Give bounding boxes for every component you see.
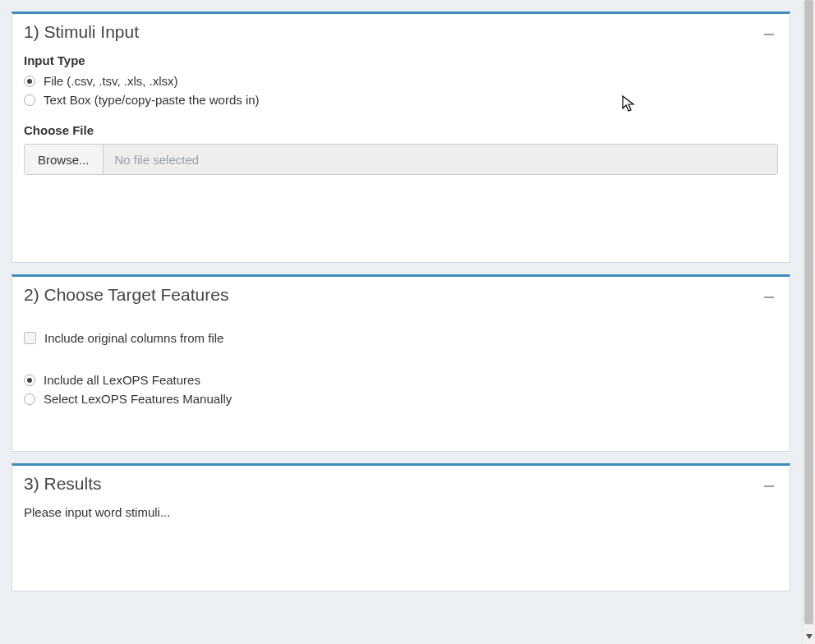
vertical-scrollbar[interactable]: [802, 0, 815, 644]
checkbox-include-original-label: Include original columns from file: [44, 331, 223, 345]
results-message: Please input word stimuli...: [24, 505, 170, 519]
radio-select-manually-row[interactable]: Select LexOPS Features Manually: [24, 392, 778, 406]
svg-rect-1: [764, 297, 774, 298]
minus-icon: [764, 28, 774, 37]
svg-rect-2: [764, 485, 774, 487]
radio-icon: [24, 375, 35, 386]
panel-title: 2) Choose Target Features: [24, 285, 228, 305]
panel-title: 1) Stimuli Input: [24, 22, 139, 42]
radio-icon: [24, 393, 35, 405]
panel-title: 3) Results: [24, 474, 102, 494]
panel-header: 3) Results: [12, 466, 790, 500]
panel-header: 1) Stimuli Input: [12, 14, 790, 48]
minus-icon: [764, 291, 774, 300]
scrollbar-thumb[interactable]: [804, 0, 813, 624]
scroll-down-arrow-icon[interactable]: [803, 631, 815, 642]
panel-body: Include original columns from file Inclu…: [12, 311, 790, 451]
radio-include-all-label: Include all LexOPS Features: [44, 373, 200, 387]
checkbox-include-original-row[interactable]: Include original columns from file: [24, 331, 778, 345]
file-selected-display: No file selected: [104, 145, 777, 174]
panel-header: 2) Choose Target Features: [12, 277, 790, 311]
radio-textbox-label: Text Box (type/copy-paste the words in): [44, 93, 260, 107]
collapse-button[interactable]: [760, 23, 778, 41]
page-content: 1) Stimuli Input Input Type File (.csv, …: [0, 12, 802, 603]
panel-stimuli-input: 1) Stimuli Input Input Type File (.csv, …: [12, 12, 790, 263]
collapse-button[interactable]: [760, 475, 778, 493]
minus-icon: [764, 480, 774, 489]
checkbox-icon: [24, 332, 36, 344]
radio-file-label: File (.csv, .tsv, .xls, .xlsx): [44, 74, 178, 88]
radio-textbox-row[interactable]: Text Box (type/copy-paste the words in): [24, 93, 778, 107]
browse-button[interactable]: Browse...: [25, 145, 104, 174]
panel-choose-target-features: 2) Choose Target Features Include origin…: [12, 274, 790, 452]
radio-icon: [24, 94, 35, 106]
panel-results: 3) Results Please input word stimuli...: [12, 463, 790, 591]
file-picker: Browse... No file selected: [24, 144, 778, 175]
panel-body: Please input word stimuli...: [12, 500, 790, 591]
radio-icon: [24, 76, 35, 87]
svg-marker-3: [806, 634, 813, 639]
choose-file-label: Choose File: [24, 123, 778, 137]
collapse-button[interactable]: [760, 286, 778, 304]
input-type-label: Input Type: [24, 53, 778, 67]
panel-body: Input Type File (.csv, .tsv, .xls, .xlsx…: [12, 48, 790, 262]
svg-rect-0: [764, 34, 774, 35]
radio-select-manually-label: Select LexOPS Features Manually: [44, 392, 232, 406]
radio-file-row[interactable]: File (.csv, .tsv, .xls, .xlsx): [24, 74, 778, 88]
radio-include-all-row[interactable]: Include all LexOPS Features: [24, 373, 778, 387]
